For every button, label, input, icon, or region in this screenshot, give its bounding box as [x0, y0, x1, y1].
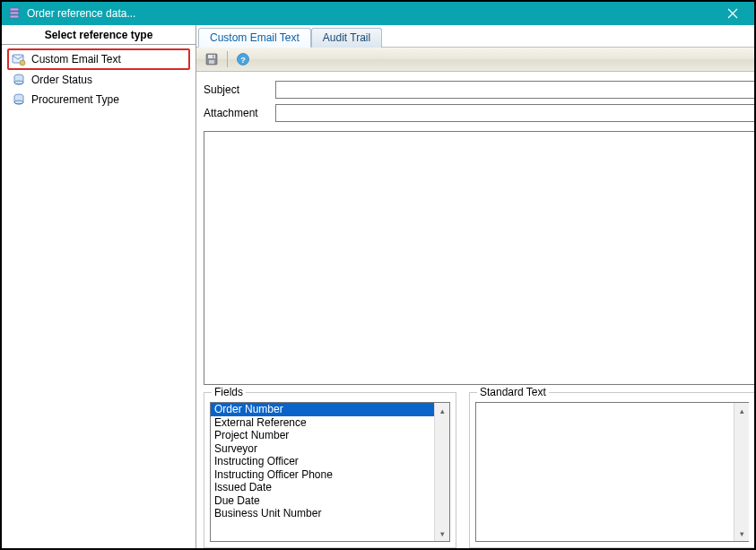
- svg-point-6: [20, 60, 25, 65]
- subject-label: Subject: [204, 83, 275, 96]
- attachment-label: Attachment: [204, 107, 275, 119]
- tab-label: Custom Email Text: [210, 31, 300, 44]
- email-settings-icon: [12, 52, 26, 66]
- list-item[interactable]: Project Number: [211, 429, 434, 442]
- sidebar-item-label: Custom Email Text: [31, 53, 121, 65]
- db-icon: [12, 92, 26, 107]
- subject-input[interactable]: [275, 81, 754, 99]
- sidebar-item-order-status[interactable]: Order Status: [7, 70, 190, 90]
- scroll-up-button[interactable]: ▴: [435, 403, 449, 418]
- sidebar: Select reference type Custom Email Text: [2, 25, 196, 548]
- save-button[interactable]: [202, 49, 222, 69]
- svg-rect-2: [10, 15, 19, 18]
- sidebar-items: Custom Email Text Order Status: [2, 45, 196, 113]
- window-title: Order reference data...: [27, 7, 717, 20]
- list-item[interactable]: Surveyor: [211, 442, 434, 456]
- attachment-input[interactable]: [275, 104, 754, 122]
- sidebar-header: Select reference type: [2, 25, 196, 45]
- toolbar-separator: [227, 51, 228, 67]
- standard-text-box[interactable]: ▴ ▾: [475, 402, 749, 542]
- list-item[interactable]: Business Unit Number: [211, 507, 434, 520]
- main: Custom Email Text Audit Trail: [196, 25, 754, 548]
- list-item[interactable]: Issued Date: [211, 481, 434, 494]
- toolbar: ?: [196, 47, 754, 72]
- scroll-track[interactable]: [435, 418, 449, 526]
- app-icon: [7, 6, 22, 21]
- body-textarea[interactable]: [204, 131, 754, 385]
- standard-text-inner: [476, 403, 734, 541]
- list-item[interactable]: Due Date: [211, 494, 434, 508]
- lower-panels: Fields Order Number External Reference P…: [196, 385, 754, 548]
- svg-rect-13: [209, 60, 214, 64]
- fields-groupbox: Fields Order Number External Reference P…: [204, 392, 456, 548]
- svg-rect-1: [10, 12, 19, 14]
- form-area: Subject Attachment: [196, 72, 754, 127]
- titlebar: Order reference data...: [2, 2, 754, 25]
- fields-groupbox-title: Fields: [212, 386, 246, 398]
- scroll-up-button[interactable]: ▴: [734, 403, 749, 418]
- sidebar-item-label: Order Status: [31, 74, 92, 86]
- svg-text:?: ?: [240, 56, 246, 65]
- fields-listbox[interactable]: Order Number External Reference Project …: [210, 402, 450, 542]
- sidebar-item-label: Procurement Type: [31, 93, 119, 106]
- tab-audit-trail[interactable]: Audit Trail: [311, 28, 382, 48]
- window: Order reference data... Select reference…: [0, 0, 756, 550]
- help-button[interactable]: ?: [233, 49, 253, 69]
- fields-listbox-inner: Order Number External Reference Project …: [211, 403, 434, 541]
- list-item[interactable]: External Reference: [211, 416, 434, 430]
- help-icon: ?: [236, 52, 250, 66]
- fields-scrollbar[interactable]: ▴ ▾: [434, 403, 449, 541]
- sidebar-item-custom-email-text[interactable]: Custom Email Text: [7, 48, 190, 70]
- list-item[interactable]: Instructing Officer: [211, 455, 434, 468]
- list-item[interactable]: Order Number: [211, 403, 434, 416]
- standard-text-scrollbar[interactable]: ▴ ▾: [734, 403, 749, 541]
- standard-text-groupbox: Standard Text ▴ ▾: [469, 392, 754, 548]
- svg-rect-12: [208, 55, 215, 58]
- tab-custom-email-text[interactable]: Custom Email Text: [198, 28, 311, 48]
- tab-strip: Custom Email Text Audit Trail: [196, 25, 754, 47]
- disk-icon: [204, 52, 219, 66]
- close-button[interactable]: [717, 2, 749, 25]
- svg-rect-0: [10, 8, 19, 11]
- sidebar-item-procurement-type[interactable]: Procurement Type: [7, 90, 190, 109]
- list-item[interactable]: Instructing Officer Phone: [211, 468, 434, 482]
- scroll-track[interactable]: [734, 418, 749, 526]
- scroll-down-button[interactable]: ▾: [435, 526, 449, 541]
- subject-row: Subject: [204, 81, 754, 99]
- scroll-down-button[interactable]: ▾: [734, 526, 749, 541]
- svg-rect-14: [213, 56, 214, 58]
- content: Select reference type Custom Email Text: [2, 25, 754, 548]
- tab-label: Audit Trail: [323, 31, 370, 44]
- standard-text-groupbox-title: Standard Text: [477, 386, 549, 398]
- db-icon: [12, 73, 26, 87]
- attachment-row: Attachment: [204, 104, 754, 122]
